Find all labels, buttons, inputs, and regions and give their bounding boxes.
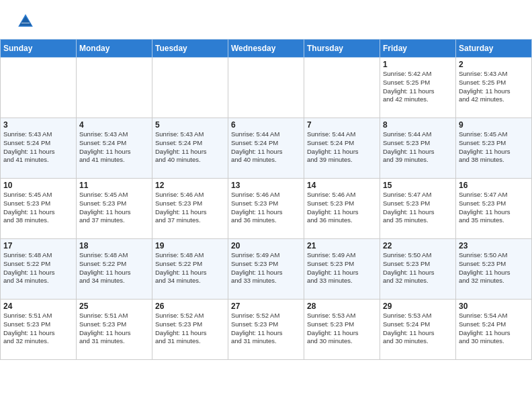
header [0,0,532,35]
day-number: 3 [3,120,73,130]
day-info: Sunrise: 5:48 AM Sunset: 5:22 PM Dayligh… [79,251,149,285]
day-number: 23 [459,241,529,250]
day-number: 30 [459,302,529,311]
calendar-cell: 29Sunrise: 5:53 AM Sunset: 5:24 PM Dayli… [380,300,456,360]
day-info: Sunrise: 5:47 AM Sunset: 5:23 PM Dayligh… [383,191,453,225]
calendar-cell [152,58,228,118]
calendar-cell: 19Sunrise: 5:48 AM Sunset: 5:22 PM Dayli… [152,239,228,300]
day-number: 28 [307,302,377,311]
weekday-header-monday: Monday [77,40,152,58]
calendar-week-4: 17Sunrise: 5:48 AM Sunset: 5:22 PM Dayli… [1,239,532,300]
day-info: Sunrise: 5:51 AM Sunset: 5:23 PM Dayligh… [79,312,149,346]
svg-rect-2 [21,23,30,24]
weekday-header-tuesday: Tuesday [152,40,228,58]
weekday-header-row: SundayMondayTuesdayWednesdayThursdayFrid… [1,40,532,58]
calendar-cell: 25Sunrise: 5:51 AM Sunset: 5:23 PM Dayli… [77,300,152,360]
day-info: Sunrise: 5:52 AM Sunset: 5:23 PM Dayligh… [231,312,301,346]
day-number: 2 [459,60,529,69]
calendar-cell: 26Sunrise: 5:52 AM Sunset: 5:23 PM Dayli… [152,300,228,360]
calendar-week-2: 3Sunrise: 5:43 AM Sunset: 5:24 PM Daylig… [1,118,532,179]
calendar-cell: 18Sunrise: 5:48 AM Sunset: 5:22 PM Dayli… [77,239,152,300]
day-number: 27 [231,302,301,311]
svg-marker-1 [19,16,32,26]
calendar-cell: 2Sunrise: 5:43 AM Sunset: 5:25 PM Daylig… [456,58,532,118]
day-number: 5 [155,120,225,130]
day-number: 8 [383,120,453,130]
day-number: 24 [3,302,73,311]
calendar-week-1: 1Sunrise: 5:42 AM Sunset: 5:25 PM Daylig… [1,58,532,118]
weekday-header-wednesday: Wednesday [228,40,304,58]
calendar-cell: 5Sunrise: 5:43 AM Sunset: 5:24 PM Daylig… [152,118,228,179]
calendar-cell: 9Sunrise: 5:45 AM Sunset: 5:23 PM Daylig… [456,118,532,179]
day-info: Sunrise: 5:52 AM Sunset: 5:23 PM Dayligh… [155,312,225,346]
day-info: Sunrise: 5:43 AM Sunset: 5:25 PM Dayligh… [459,70,529,104]
day-number: 12 [155,181,225,190]
day-info: Sunrise: 5:49 AM Sunset: 5:23 PM Dayligh… [231,251,301,285]
day-number: 21 [307,241,377,250]
day-number: 10 [3,181,73,190]
day-number: 9 [459,120,529,130]
calendar-week-3: 10Sunrise: 5:45 AM Sunset: 5:23 PM Dayli… [1,179,532,239]
calendar-cell: 6Sunrise: 5:44 AM Sunset: 5:24 PM Daylig… [228,118,304,179]
day-info: Sunrise: 5:50 AM Sunset: 5:23 PM Dayligh… [383,251,453,285]
calendar-cell [304,58,380,118]
logo [16,12,38,31]
calendar-cell: 27Sunrise: 5:52 AM Sunset: 5:23 PM Dayli… [228,300,304,360]
calendar-cell: 28Sunrise: 5:53 AM Sunset: 5:23 PM Dayli… [304,300,380,360]
day-number: 1 [383,60,453,69]
calendar-cell: 4Sunrise: 5:43 AM Sunset: 5:24 PM Daylig… [77,118,152,179]
day-number: 4 [79,120,149,130]
day-number: 26 [155,302,225,311]
day-info: Sunrise: 5:54 AM Sunset: 5:24 PM Dayligh… [459,312,529,346]
calendar-cell: 7Sunrise: 5:44 AM Sunset: 5:24 PM Daylig… [304,118,380,179]
page: SundayMondayTuesdayWednesdayThursdayFrid… [0,0,532,360]
day-number: 7 [307,120,377,130]
day-info: Sunrise: 5:44 AM Sunset: 5:24 PM Dayligh… [231,130,301,165]
calendar-cell: 17Sunrise: 5:48 AM Sunset: 5:22 PM Dayli… [1,239,77,300]
calendar-cell: 30Sunrise: 5:54 AM Sunset: 5:24 PM Dayli… [456,300,532,360]
day-info: Sunrise: 5:44 AM Sunset: 5:23 PM Dayligh… [383,130,453,165]
day-info: Sunrise: 5:48 AM Sunset: 5:22 PM Dayligh… [3,251,73,285]
day-info: Sunrise: 5:53 AM Sunset: 5:24 PM Dayligh… [383,312,453,346]
calendar-cell [1,58,77,118]
day-number: 11 [79,181,149,190]
day-number: 20 [231,241,301,250]
weekday-header-friday: Friday [380,40,456,58]
calendar-cell: 13Sunrise: 5:46 AM Sunset: 5:23 PM Dayli… [228,179,304,239]
calendar-cell: 12Sunrise: 5:46 AM Sunset: 5:23 PM Dayli… [152,179,228,239]
day-info: Sunrise: 5:46 AM Sunset: 5:23 PM Dayligh… [231,191,301,225]
day-number: 29 [383,302,453,311]
calendar-cell [228,58,304,118]
calendar-cell: 11Sunrise: 5:45 AM Sunset: 5:23 PM Dayli… [77,179,152,239]
weekday-header-thursday: Thursday [304,40,380,58]
calendar-cell [77,58,152,118]
calendar-cell: 1Sunrise: 5:42 AM Sunset: 5:25 PM Daylig… [380,58,456,118]
day-info: Sunrise: 5:43 AM Sunset: 5:24 PM Dayligh… [3,130,73,165]
day-info: Sunrise: 5:48 AM Sunset: 5:22 PM Dayligh… [155,251,225,285]
calendar-cell: 10Sunrise: 5:45 AM Sunset: 5:23 PM Dayli… [1,179,77,239]
calendar-cell: 8Sunrise: 5:44 AM Sunset: 5:23 PM Daylig… [380,118,456,179]
day-number: 17 [3,241,73,250]
weekday-header-sunday: Sunday [1,40,77,58]
day-info: Sunrise: 5:45 AM Sunset: 5:23 PM Dayligh… [79,191,149,225]
day-info: Sunrise: 5:45 AM Sunset: 5:23 PM Dayligh… [459,130,529,165]
day-number: 14 [307,181,377,190]
day-number: 18 [79,241,149,250]
calendar-cell: 20Sunrise: 5:49 AM Sunset: 5:23 PM Dayli… [228,239,304,300]
day-info: Sunrise: 5:49 AM Sunset: 5:23 PM Dayligh… [307,251,377,285]
calendar-cell: 22Sunrise: 5:50 AM Sunset: 5:23 PM Dayli… [380,239,456,300]
day-number: 13 [231,181,301,190]
day-number: 19 [155,241,225,250]
calendar-cell: 16Sunrise: 5:47 AM Sunset: 5:23 PM Dayli… [456,179,532,239]
calendar-week-5: 24Sunrise: 5:51 AM Sunset: 5:23 PM Dayli… [1,300,532,360]
day-number: 15 [383,181,453,190]
day-info: Sunrise: 5:43 AM Sunset: 5:24 PM Dayligh… [155,130,225,165]
day-info: Sunrise: 5:46 AM Sunset: 5:23 PM Dayligh… [307,191,377,225]
weekday-header-saturday: Saturday [456,40,532,58]
day-info: Sunrise: 5:53 AM Sunset: 5:23 PM Dayligh… [307,312,377,346]
calendar-cell: 15Sunrise: 5:47 AM Sunset: 5:23 PM Dayli… [380,179,456,239]
day-number: 25 [79,302,149,311]
day-info: Sunrise: 5:47 AM Sunset: 5:23 PM Dayligh… [459,191,529,225]
day-info: Sunrise: 5:42 AM Sunset: 5:25 PM Dayligh… [383,70,453,104]
day-number: 22 [383,241,453,250]
